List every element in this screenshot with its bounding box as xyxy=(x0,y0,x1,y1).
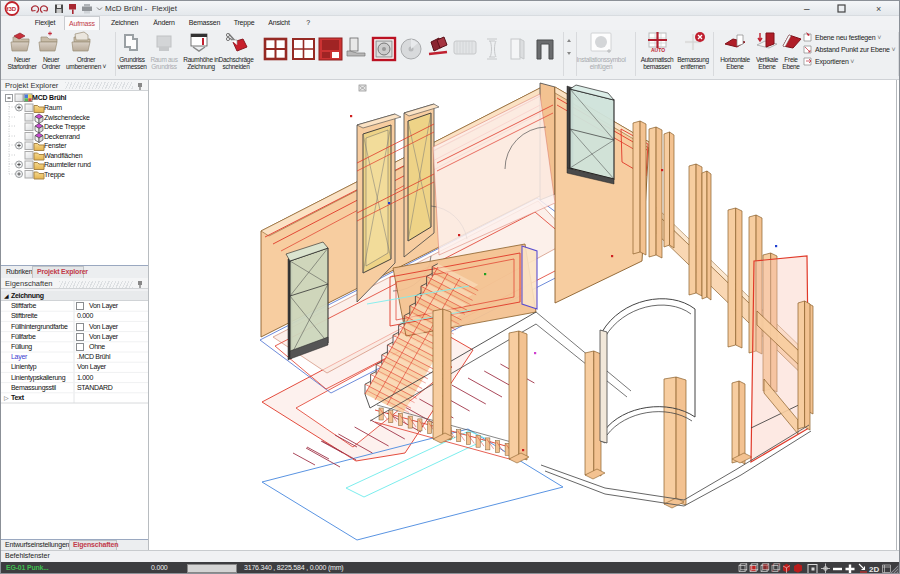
svg-text:×: × xyxy=(876,4,881,14)
svg-text:2D: 2D xyxy=(869,565,879,574)
svg-text:AUTO: AUTO xyxy=(651,47,665,53)
svg-text:–: – xyxy=(804,3,810,14)
svg-text:f3D: f3D xyxy=(7,6,17,12)
